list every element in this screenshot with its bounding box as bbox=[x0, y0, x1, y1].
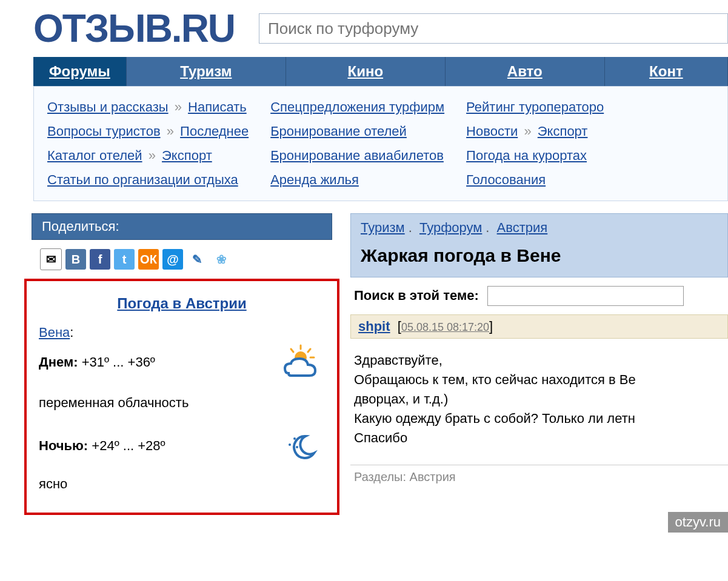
clear-night-icon bbox=[276, 427, 325, 465]
link-hotels-catalog[interactable]: Каталог отелей bbox=[47, 148, 142, 163]
sub-nav: Отзывы и рассказы » Написать Вопросы тур… bbox=[33, 86, 728, 201]
sep: » bbox=[146, 148, 158, 163]
ok-icon[interactable]: ОК bbox=[138, 249, 159, 270]
share-header: Поделиться: bbox=[32, 213, 332, 240]
tab-tourism-link[interactable]: Туризм bbox=[180, 63, 232, 79]
twitter-icon[interactable]: t bbox=[114, 249, 135, 270]
weather-night-value: +24º ... +28º bbox=[92, 438, 165, 453]
link-articles[interactable]: Статьи по организации отдыха bbox=[47, 172, 238, 187]
sep: » bbox=[164, 124, 176, 139]
breadcrumb: Туризм. Турфорум. Австрия bbox=[361, 220, 718, 236]
sep: » bbox=[172, 99, 184, 115]
link-write[interactable]: Написать bbox=[188, 99, 247, 115]
crumb-austria[interactable]: Австрия bbox=[497, 220, 548, 235]
link-questions[interactable]: Вопросы туристов bbox=[47, 124, 161, 139]
svg-line-1 bbox=[308, 349, 310, 352]
link-latest[interactable]: Последнее bbox=[180, 124, 249, 139]
svg-point-7 bbox=[296, 446, 298, 448]
post-header: shpit [05.08.15 08:17:20] bbox=[350, 314, 728, 339]
email-icon[interactable]: ✉ bbox=[40, 248, 62, 270]
tab-forums[interactable]: Форумы bbox=[33, 57, 127, 86]
partly-cloudy-icon bbox=[276, 343, 325, 382]
search-input[interactable] bbox=[259, 13, 728, 44]
post-line: дворцах, и т.д.) bbox=[354, 390, 724, 409]
link-reviews[interactable]: Отзывы и рассказы bbox=[47, 99, 169, 115]
weather-title-link[interactable]: Погода в Австрии bbox=[117, 295, 246, 311]
tab-cinema[interactable]: Кино bbox=[286, 57, 446, 86]
more-share-icon[interactable]: ❀ bbox=[211, 249, 232, 270]
weather-day-desc: переменная облачность bbox=[39, 382, 325, 416]
link-flight-booking[interactable]: Бронирование авиабилетов bbox=[270, 148, 444, 163]
link-export1[interactable]: Экспорт bbox=[162, 148, 212, 163]
crumb-forum[interactable]: Турфорум bbox=[419, 220, 482, 235]
sep: » bbox=[521, 124, 533, 139]
post-line: Спасибо bbox=[354, 428, 724, 448]
weather-day-label: Днем: bbox=[39, 354, 78, 370]
sections-value: Австрия bbox=[410, 470, 456, 483]
thread-search-label: Поиск в этой теме: bbox=[354, 288, 479, 303]
thread-search-input[interactable] bbox=[487, 286, 684, 306]
post-author-link[interactable]: shpit bbox=[358, 319, 390, 334]
tab-cinema-link[interactable]: Кино bbox=[348, 63, 384, 79]
weather-night-desc: ясно bbox=[39, 465, 325, 494]
facebook-icon[interactable]: f bbox=[90, 249, 110, 270]
tab-auto[interactable]: Авто bbox=[446, 57, 605, 86]
post-line: Здравствуйте, bbox=[354, 351, 724, 370]
link-special-offers[interactable]: Спецпредложения турфирм bbox=[270, 99, 444, 115]
main-nav: Форумы Туризм Кино Авто Конт bbox=[33, 57, 728, 86]
watermark: otzyv.ru bbox=[668, 512, 728, 515]
tab-auto-link[interactable]: Авто bbox=[507, 63, 543, 79]
lj-icon[interactable]: ✎ bbox=[187, 249, 207, 270]
post-line: Обращаюсь к тем, кто сейчас находится в … bbox=[354, 370, 724, 390]
topic-title: Жаркая погода в Вене bbox=[361, 236, 718, 270]
weather-day-value: +31º ... +36º bbox=[82, 354, 155, 370]
weather-city-link[interactable]: Вена bbox=[39, 325, 70, 340]
vk-icon[interactable]: В bbox=[65, 249, 86, 270]
link-voting[interactable]: Голосования bbox=[466, 172, 546, 187]
share-row: ✉ В f t ОК @ ✎ ❀ bbox=[24, 240, 339, 279]
link-hotel-booking[interactable]: Бронирование отелей bbox=[270, 124, 407, 139]
svg-point-5 bbox=[293, 437, 296, 440]
link-resort-weather[interactable]: Погода на курортах bbox=[466, 148, 587, 163]
tab-tourism[interactable]: Туризм bbox=[127, 57, 286, 86]
post-timestamp-link[interactable]: 05.08.15 08:17:20 bbox=[401, 321, 489, 333]
link-export2[interactable]: Экспорт bbox=[538, 124, 588, 139]
crumb-tourism[interactable]: Туризм bbox=[361, 220, 405, 235]
weather-widget: Погода в Австрии Вена: Днем: +31º ... +3… bbox=[24, 279, 339, 515]
mailru-icon[interactable]: @ bbox=[162, 249, 183, 270]
breadcrumb-bar: Туризм. Турфорум. Австрия Жаркая погода … bbox=[350, 213, 728, 277]
site-logo[interactable]: ОТЗЫВ.RU bbox=[33, 6, 235, 51]
weather-night-label: Ночью: bbox=[39, 438, 88, 453]
link-operator-rating[interactable]: Рейтинг туроператоро bbox=[466, 99, 604, 115]
tab-forums-link[interactable]: Форумы bbox=[49, 63, 110, 79]
link-news[interactable]: Новости bbox=[466, 124, 518, 139]
tab-contacts[interactable]: Конт bbox=[605, 57, 728, 86]
post-footer: Разделы: Австрия bbox=[350, 465, 728, 489]
tab-contacts-link[interactable]: Конт bbox=[649, 63, 683, 79]
sections-label: Разделы: bbox=[354, 470, 406, 483]
post-line: Какую одежду брать с собой? Только ли ле… bbox=[354, 409, 724, 428]
svg-line-3 bbox=[291, 349, 293, 352]
link-rental[interactable]: Аренда жилья bbox=[270, 172, 359, 187]
svg-point-6 bbox=[289, 443, 291, 446]
post-body: Здравствуйте, Обращаюсь к тем, кто сейча… bbox=[350, 339, 728, 454]
